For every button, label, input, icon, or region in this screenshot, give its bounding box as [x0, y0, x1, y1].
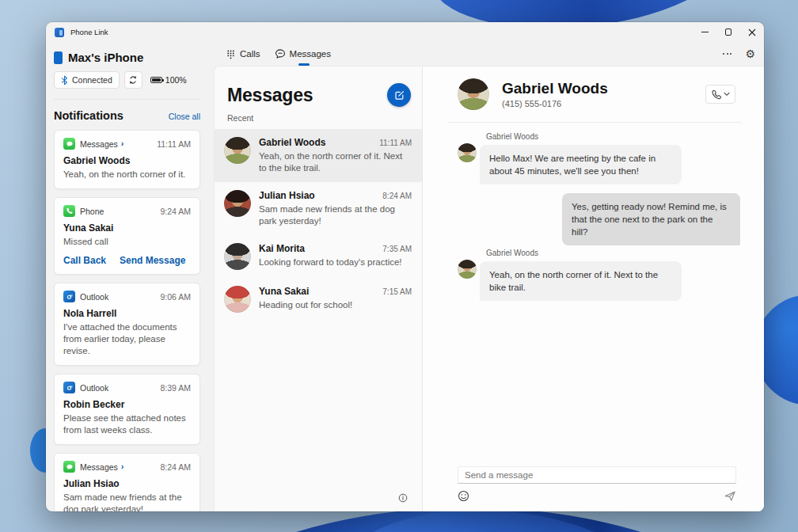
notification-time: 8:24 AM	[160, 462, 191, 472]
call-button[interactable]	[705, 85, 735, 104]
notification-card[interactable]: Outlook 8:39 AM Robin Becker Please see …	[54, 374, 200, 445]
connected-label: Connected	[72, 75, 112, 85]
device-status-row: Connected 100%	[54, 71, 200, 89]
avatar	[224, 190, 251, 217]
close-button[interactable]	[740, 22, 764, 42]
avatar	[224, 137, 251, 164]
phone-link-logo-icon	[55, 28, 64, 37]
window-title: Phone Link	[70, 28, 108, 36]
recent-section-label: Recent	[215, 107, 422, 129]
conversation-item[interactable]: Kai Morita 7:35 AM Looking forward to to…	[215, 235, 422, 278]
settings-gear-icon[interactable]: ⚙	[745, 48, 755, 59]
battery-icon	[150, 77, 162, 83]
phone-link-window: Phone Link Max's iPhone	[46, 22, 764, 511]
connected-status-pill[interactable]: Connected	[54, 71, 120, 89]
chat-pane: Gabriel Woods (415) 555-0176	[423, 66, 764, 511]
conversation-preview: Heading out for school!	[259, 299, 412, 311]
tab-calls[interactable]: Calls	[218, 44, 268, 63]
conversation-item[interactable]: Julian Hsiao 8:24 AM Sam made new friend…	[215, 182, 422, 235]
maximize-button[interactable]	[716, 22, 740, 42]
messages-panel-title: Messages	[227, 85, 313, 106]
device-row: Max's iPhone	[54, 51, 200, 64]
send-message-link[interactable]: Send Message	[120, 255, 185, 266]
messages-app-icon	[63, 138, 75, 150]
notifications-title: Notifications	[54, 109, 124, 122]
tab-messages-label: Messages	[290, 49, 331, 59]
tab-bar: Calls Messages	[218, 44, 338, 63]
app-name: Messages	[80, 462, 118, 472]
device-name: Max's iPhone	[68, 51, 143, 64]
iphone-icon	[54, 51, 63, 64]
conversation-name: Kai Morita	[259, 243, 305, 254]
notification-sender: Julian Hsiao	[63, 478, 191, 489]
card-header: Messages › 8:24 AM	[63, 461, 191, 473]
card-header: Outlook 8:39 AM	[63, 382, 191, 393]
chevron-down-icon	[724, 92, 730, 97]
incoming-message-group: Gabriel Woods Yeah, on the north corner …	[458, 249, 740, 301]
app-name: Phone	[80, 207, 104, 216]
conversation-preview: Looking forward to today's practice!	[259, 256, 412, 268]
incoming-message-group: Gabriel Woods Hello Max! We are meeting …	[458, 132, 740, 184]
info-icon	[398, 493, 408, 503]
maximize-icon	[725, 28, 732, 36]
divider	[54, 99, 200, 100]
app-name: Messages	[80, 139, 118, 149]
new-message-button[interactable]	[387, 83, 411, 107]
chat-header: Gabriel Woods (415) 555-0176	[423, 66, 764, 110]
notification-sender: Gabriel Woods	[63, 155, 191, 166]
notification-text: Sam made new friends at the dog park yes…	[63, 492, 191, 511]
minimize-button[interactable]	[693, 22, 716, 42]
notification-time: 9:24 AM	[160, 207, 191, 216]
message-bubble-incoming: Yeah, on the north corner of it. Next to…	[480, 261, 682, 301]
conversation-time: 11:11 AM	[379, 139, 412, 147]
conversation-item-body: Gabriel Woods 11:11 AM Yeah, on the nort…	[259, 137, 412, 174]
send-button[interactable]	[724, 490, 736, 502]
phone-icon	[711, 89, 721, 100]
window-controls	[693, 22, 764, 42]
notifications-header: Notifications Close all	[54, 109, 200, 122]
sender-label: Gabriel Woods	[486, 132, 538, 141]
close-all-link[interactable]: Close all	[169, 112, 200, 121]
notification-card[interactable]: Outlook 9:06 AM Nola Harrell I've attach…	[54, 283, 200, 366]
more-icon[interactable]	[723, 53, 732, 55]
notification-actions: Call Back Send Message	[63, 255, 191, 266]
card-header: Outlook 9:06 AM	[63, 291, 191, 302]
avatar	[224, 286, 251, 313]
notification-sender: Robin Becker	[63, 399, 191, 410]
compose-icon	[393, 89, 405, 101]
outgoing-message-group: Yes, getting ready now! Remind me, is th…	[458, 193, 740, 245]
conversations-header: Messages	[215, 66, 422, 107]
notification-time: 8:39 AM	[160, 383, 191, 393]
conversation-name: Julian Hsiao	[259, 190, 315, 201]
send-icon	[724, 490, 736, 502]
call-back-link[interactable]: Call Back	[63, 255, 106, 266]
avatar	[458, 78, 489, 110]
message-input[interactable]	[458, 466, 736, 484]
conversation-item-body: Yuna Sakai 7:15 AM Heading out for schoo…	[259, 286, 412, 313]
messages-app-icon	[63, 461, 75, 473]
conversation-item[interactable]: Yuna Sakai 7:15 AM Heading out for schoo…	[215, 278, 422, 321]
bluetooth-icon	[61, 75, 68, 86]
refresh-button[interactable]	[124, 71, 142, 89]
minimize-icon	[701, 32, 709, 32]
conversation-time: 7:35 AM	[382, 245, 412, 253]
sidebar: Max's iPhone Connected	[46, 42, 214, 511]
app-name: Outlook	[80, 292, 108, 302]
emoji-button[interactable]	[458, 490, 469, 502]
notification-text: Missed call	[63, 236, 191, 248]
conversation-item[interactable]: Gabriel Woods 11:11 AM Yeah, on the nort…	[215, 129, 422, 182]
tab-messages[interactable]: Messages	[268, 44, 338, 63]
conversations-pane: Messages Recent	[215, 66, 423, 511]
conversation-name: Gabriel Woods	[259, 137, 325, 148]
message-bubble-incoming: Hello Max! We are meeting by the cafe in…	[480, 145, 682, 184]
app-name: Outlook	[80, 383, 108, 393]
notification-card[interactable]: Messages › 11:11 AM Gabriel Woods Yeah, …	[54, 130, 200, 189]
battery-status: 100%	[150, 75, 187, 85]
chevron-right-icon: ›	[121, 139, 124, 148]
info-button[interactable]	[398, 492, 408, 506]
conversation-name: Yuna Sakai	[259, 286, 309, 297]
conversation-preview: Yeah, on the north corner of it. Next to…	[259, 150, 412, 174]
notification-card[interactable]: Phone 9:24 AM Yuna Sakai Missed call Cal…	[54, 197, 200, 275]
chat-bubble-icon	[275, 48, 286, 59]
notification-card[interactable]: Messages › 8:24 AM Julian Hsiao Sam made…	[54, 453, 200, 511]
